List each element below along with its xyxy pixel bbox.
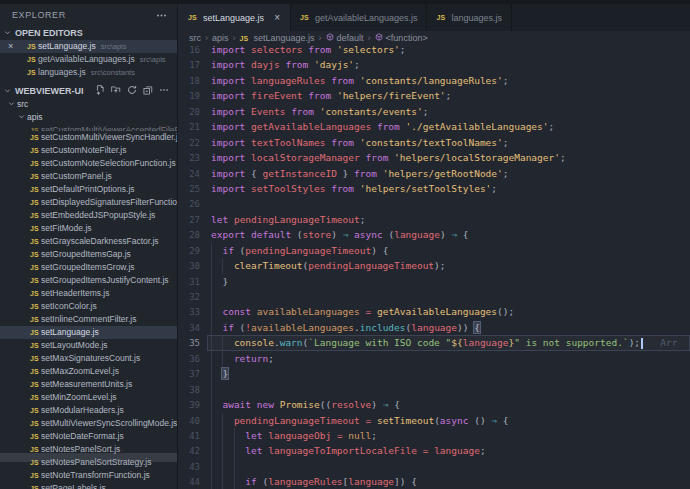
js-file-icon: JS (30, 287, 41, 300)
code-line[interactable]: 32 (179, 289, 690, 304)
code-token: ( (234, 245, 245, 256)
tab-languages.js[interactable]: JSlanguages.js (427, 4, 512, 31)
code-line[interactable]: 42let languageToImportLocaleFile = langu… (179, 443, 690, 458)
tree-item[interactable]: JSsetCustomPanel.js (0, 170, 177, 183)
code-line[interactable]: 41let languageObj = null; (179, 428, 690, 443)
code-token: ]) { (394, 476, 417, 487)
code-line[interactable]: 29if (pendingLanguageTimeout) { (179, 243, 690, 258)
tree-item[interactable]: JSsetGrayscaleDarknessFactor.js (0, 235, 177, 248)
code-token: pendingLanguageTimeout (234, 214, 360, 225)
tree-item[interactable]: JSsetInlineCommentFilter.js (0, 313, 177, 326)
more-actions-icon[interactable] (159, 85, 169, 95)
code-editor[interactable]: 16import selectors from 'selectors';17im… (179, 45, 690, 489)
line-number: 35 (179, 336, 200, 351)
code-token: ; (446, 90, 452, 101)
tree-item[interactable]: JSsetMeasurementUnits.js (0, 378, 177, 391)
code-token: return (234, 353, 268, 364)
code-line[interactable]: 39await new Promise((resolve) ⇒ { (179, 397, 690, 412)
code-line[interactable]: 28export default (store) ⇒ async (langua… (179, 227, 690, 242)
code-line[interactable]: 27let pendingLanguageTimeout; (179, 212, 690, 227)
breadcrumb-item[interactable]: <function> (375, 33, 428, 43)
code-line[interactable]: 21import getAvailableLanguages from './g… (179, 119, 690, 134)
code-line[interactable]: 40pendingLanguageTimeout = setTimeout(as… (179, 413, 690, 428)
indent-guide (211, 304, 222, 319)
tree-item[interactable]: JSsetCustomMultiViewerAcceptedFileFormat… (0, 124, 177, 131)
tab-setLanguage.js[interactable]: JSsetLanguage.js× (179, 4, 291, 31)
breadcrumb-item[interactable]: JSsetLanguage.js (240, 33, 315, 43)
breadcrumb-item[interactable]: default (326, 33, 364, 43)
code-token: 'constants/events' (320, 106, 423, 117)
tree-item[interactable]: JSsetDefaultPrintOptions.js (0, 183, 177, 196)
code-line[interactable]: 30clearTimeout(pendingLanguageTimeout); (179, 258, 690, 273)
js-file-icon: JS (30, 170, 41, 183)
code-line[interactable]: 31} (179, 274, 690, 289)
code-line[interactable]: 25import setToolStyles from 'helpers/set… (179, 181, 690, 196)
code-line[interactable]: 38 (179, 382, 690, 397)
workspace-header[interactable]: WEBVIEWER-UI (0, 84, 177, 98)
code-line[interactable]: 18import languageRules from 'constants/l… (179, 73, 690, 88)
code-token: 'constants/languageRules' (360, 75, 503, 86)
tree-item[interactable]: JSsetMultiViewerSyncScrollingMode.js (0, 417, 177, 430)
tree-item[interactable]: JSsetDisplayedSignaturesFilterFunction.j… (0, 196, 177, 209)
breadcrumb-item[interactable]: src (189, 33, 201, 43)
code-line[interactable]: 37} (179, 366, 690, 381)
new-file-icon[interactable] (95, 85, 105, 95)
tree-item[interactable]: JSsetHeaderItems.js (0, 287, 177, 300)
code-token: warn (280, 337, 303, 348)
tree-item[interactable]: JSsetFitMode.js (0, 222, 177, 235)
tree-item[interactable]: JSsetMaxZoomLevel.js (0, 365, 177, 378)
refresh-icon[interactable] (127, 85, 137, 95)
tree-item[interactable]: JSsetCustomNoteFilter.js (0, 144, 177, 157)
new-folder-icon[interactable] (111, 85, 121, 95)
code-line[interactable]: 22import textToolNames from 'constants/t… (179, 135, 690, 150)
code-line[interactable]: 44if (languageRules[language]) { (179, 474, 690, 489)
tree-item[interactable]: JSsetIconColor.js (0, 300, 177, 313)
close-icon[interactable]: × (8, 40, 13, 53)
code-line[interactable]: 23import localStorageManager from 'helpe… (179, 150, 690, 165)
tree-item[interactable]: JSsetGroupedItemsGap.js (0, 248, 177, 261)
code-line[interactable]: 33const availableLanguages = getAvailabl… (179, 304, 690, 319)
tree-item[interactable]: JSsetEmbeddedJSPopupStyle.js (0, 209, 177, 222)
indent-guide (234, 474, 245, 489)
tree-item[interactable]: JSsetCustomNoteSelectionFunction.js (0, 157, 177, 170)
sidebar-horizontal-scrollbar[interactable] (0, 453, 178, 462)
code-line[interactable]: 17import dayjs from 'dayjs'; (179, 57, 690, 72)
code-token: import (211, 137, 245, 148)
open-editor-item[interactable]: ×JSsetLanguage.jssrc\apis (0, 40, 177, 53)
code-line[interactable]: 20import Events from 'constants/events'; (179, 104, 690, 119)
line-number: 31 (179, 275, 200, 290)
tree-item[interactable]: JSsetNoteTransformFunction.js (0, 469, 177, 482)
open-editor-item[interactable]: JSlanguages.jssrc\constants (0, 66, 177, 79)
explorer-more-icon[interactable] (156, 4, 167, 26)
code-line[interactable]: 24import { getInstanceID } from 'helpers… (179, 166, 690, 181)
code-line[interactable]: 35console.warn(`Language with ISO code "… (179, 335, 690, 350)
collapse-all-icon[interactable] (143, 85, 153, 95)
tree-item[interactable]: JSsetGroupedItemsJustifyContent.js (0, 274, 177, 287)
close-icon[interactable]: × (273, 12, 281, 23)
line-number: 41 (179, 429, 200, 444)
open-editors-header[interactable]: OPEN EDITORS (0, 26, 177, 40)
code-line[interactable]: 16import selectors from 'selectors'; (179, 45, 690, 57)
tree-item[interactable]: JSsetMaxSignaturesCount.js (0, 352, 177, 365)
code-line[interactable]: 26 (179, 196, 690, 211)
code-line[interactable]: 34if (!availableLanguages.includes(langu… (179, 320, 690, 335)
tab-getAvailableLanguages.js[interactable]: JSgetAvailableLanguages.js (291, 4, 427, 31)
code-line[interactable]: 19import fireEvent from 'helpers/fireEve… (179, 88, 690, 103)
js-file-icon: JS (30, 352, 41, 365)
tree-item[interactable]: JSsetLayoutMode.js (0, 339, 177, 352)
code-line[interactable]: 43 (179, 459, 690, 474)
code-line[interactable]: 36return; (179, 351, 690, 366)
tree-item[interactable]: JSsetGroupedItemsGrow.js (0, 261, 177, 274)
tree-item[interactable]: JSsetModularHeaders.js (0, 404, 177, 417)
js-file-icon: JS (30, 131, 41, 144)
tree-item[interactable]: JSsetPageLabels.js (0, 482, 177, 489)
open-editor-item[interactable]: JSgetAvailableLanguages.jssrc\apis (0, 53, 177, 66)
breadcrumb-item[interactable]: apis (212, 33, 229, 43)
tree-folder-apis[interactable]: apis (0, 111, 177, 124)
tree-item[interactable]: JSsetCustomMultiViewerSyncHandler.js (0, 131, 177, 144)
tree-item[interactable]: JSsetMinZoomLevel.js (0, 391, 177, 404)
tree-folder-src[interactable]: src (0, 98, 177, 111)
tree-item[interactable]: JSsetNoteDateFormat.js (0, 430, 177, 443)
tree-item[interactable]: JSsetLanguage.js (0, 326, 177, 339)
indent-guide (234, 459, 245, 474)
